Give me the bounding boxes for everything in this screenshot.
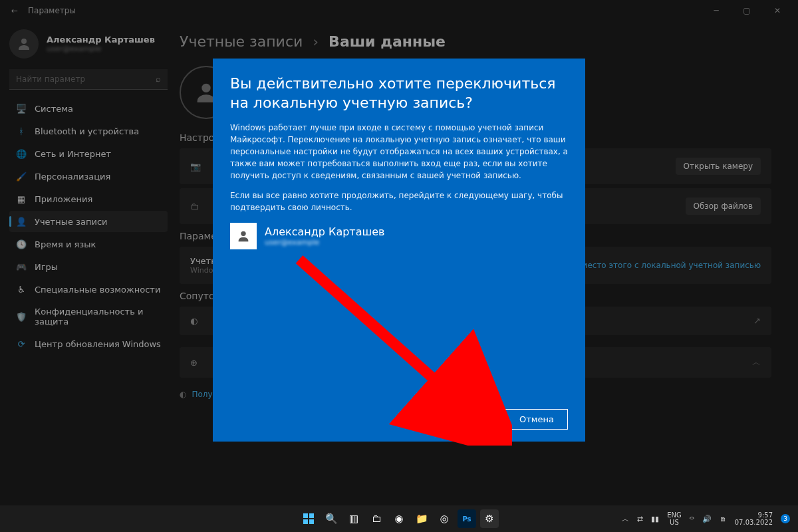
modal-overlay: Вы действительно хотите переключиться на… [0, 0, 798, 532]
taskbar-settings[interactable]: ⚙ [480, 509, 499, 528]
taskbar-files[interactable]: 📁 [412, 509, 431, 528]
volume-icon[interactable]: 🔊 [702, 515, 712, 523]
switch-local-account-dialog: Вы действительно хотите переключиться на… [213, 59, 585, 442]
system-tray: ︿ ⇄ ▮▮ ENGUS ⌔ 🔊 🗈 9:5707.03.2022 3 [622, 511, 798, 527]
dialog-body-1: Windows работает лучше при входе в систе… [230, 122, 568, 182]
svg-rect-6 [303, 519, 308, 524]
clock[interactable]: 9:5707.03.2022 [735, 511, 773, 527]
battery-icon[interactable]: 🗈 [720, 515, 727, 523]
taskbar-photoshop[interactable]: Ps [458, 509, 476, 528]
svg-rect-5 [309, 513, 314, 518]
svg-point-2 [241, 231, 245, 236]
taskbar-explorer[interactable]: 🗀 [367, 509, 386, 528]
dialog-user-block: Александр Карташев user@example [230, 223, 568, 249]
task-view[interactable]: ▥ [344, 509, 363, 528]
taskbar-search[interactable]: 🔍 [322, 509, 340, 528]
wifi-icon[interactable]: ⌔ [690, 515, 694, 523]
tray-icon-1[interactable]: ⇄ [637, 515, 643, 523]
taskbar: 🔍 ▥ 🗀 ◉ 📁 ◎ Ps ⚙ ︿ ⇄ ▮▮ ENGUS ⌔ 🔊 🗈 9:57… [0, 505, 798, 532]
dialog-avatar [230, 223, 257, 249]
dialog-user-email: user@example [265, 238, 384, 247]
language-indicator[interactable]: ENGUS [667, 511, 682, 526]
tray-icon-2[interactable]: ▮▮ [651, 515, 659, 523]
taskbar-app1[interactable]: ◎ [435, 509, 454, 528]
svg-rect-7 [309, 519, 314, 524]
dialog-title: Вы действительно хотите переключиться на… [230, 74, 568, 112]
next-button[interactable]: Далее [440, 409, 497, 430]
cancel-button[interactable]: Отмена [505, 409, 568, 430]
start-button[interactable] [299, 509, 318, 528]
notification-badge[interactable]: 3 [781, 514, 790, 523]
taskbar-chrome[interactable]: ◉ [390, 509, 408, 528]
svg-rect-4 [303, 513, 308, 518]
tray-chevron-icon[interactable]: ︿ [622, 514, 629, 524]
dialog-body-2: Если вы все равно хотите продолжить, пер… [230, 190, 568, 213]
dialog-user-name: Александр Карташев [265, 225, 384, 238]
